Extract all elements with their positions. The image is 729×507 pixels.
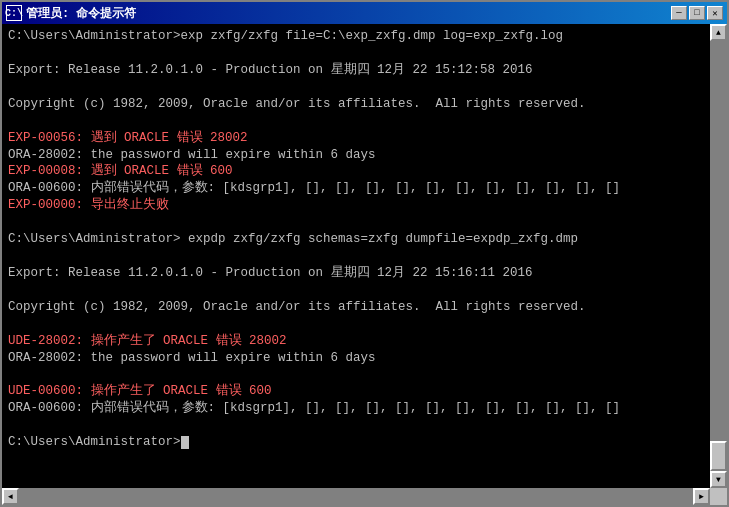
vertical-scrollbar[interactable]: ▲ ▼	[710, 24, 727, 488]
console-line: EXP-00056: 遇到 ORACLE 错误 28002	[8, 130, 721, 147]
console-line	[8, 45, 721, 62]
console-line: UDE-28002: 操作产生了 ORACLE 错误 28002	[8, 333, 721, 350]
console-line: Copyright (c) 1982, 2009, Oracle and/or …	[8, 299, 721, 316]
cmd-icon: C:\	[6, 5, 22, 21]
console-line: Copyright (c) 1982, 2009, Oracle and/or …	[8, 96, 721, 113]
scroll-left-button[interactable]: ◄	[2, 488, 19, 505]
console-line: ORA-00600: 内部错误代码，参数: [kdsgrp1], [], [],…	[8, 180, 721, 197]
console-line: Export: Release 11.2.0.1.0 - Production …	[8, 265, 721, 282]
restore-button[interactable]: □	[689, 6, 705, 20]
console-line: C:\Users\Administrator>	[8, 434, 721, 451]
scroll-right-button[interactable]: ►	[693, 488, 710, 505]
scroll-track[interactable]	[710, 41, 727, 471]
cmd-window: C:\ 管理员: 命令提示符 ─ □ ✕ C:\Users\Administra…	[0, 0, 729, 507]
title-bar-left: C:\ 管理员: 命令提示符	[6, 5, 136, 22]
console-line: C:\Users\Administrator> expdp zxfg/zxfg …	[8, 231, 721, 248]
console-area: C:\Users\Administrator>exp zxfg/zxfg fil…	[2, 24, 727, 505]
horizontal-scrollbar[interactable]: ◄ ►	[2, 488, 710, 505]
console-line	[8, 316, 721, 333]
window-controls: ─ □ ✕	[671, 6, 723, 20]
console-line	[8, 248, 721, 265]
console-line: ORA-28002: the password will expire with…	[8, 147, 721, 164]
scroll-h-track[interactable]	[19, 488, 693, 505]
minimize-button[interactable]: ─	[671, 6, 687, 20]
console-line: EXP-00000: 导出终止失败	[8, 197, 721, 214]
scroll-down-button[interactable]: ▼	[710, 471, 727, 488]
cursor-blink	[181, 436, 189, 449]
console-line	[8, 214, 721, 231]
console-line	[8, 113, 721, 130]
console-line	[8, 79, 721, 96]
console-line: ORA-28002: the password will expire with…	[8, 350, 721, 367]
console-line: Export: Release 11.2.0.1.0 - Production …	[8, 62, 721, 79]
console-line: UDE-00600: 操作产生了 ORACLE 错误 600	[8, 383, 721, 400]
title-bar: C:\ 管理员: 命令提示符 ─ □ ✕	[2, 2, 727, 24]
scroll-up-button[interactable]: ▲	[710, 24, 727, 41]
scroll-thumb[interactable]	[710, 441, 727, 471]
console-line	[8, 417, 721, 434]
console-content: C:\Users\Administrator>exp zxfg/zxfg fil…	[8, 28, 721, 501]
console-line: ORA-00600: 内部错误代码，参数: [kdsgrp1], [], [],…	[8, 400, 721, 417]
close-button[interactable]: ✕	[707, 6, 723, 20]
console-line	[8, 366, 721, 383]
window-title: 管理员: 命令提示符	[26, 5, 136, 22]
console-line: C:\Users\Administrator>exp zxfg/zxfg fil…	[8, 28, 721, 45]
scrollbar-corner	[710, 488, 727, 505]
console-line: EXP-00008: 遇到 ORACLE 错误 600	[8, 163, 721, 180]
console-line	[8, 282, 721, 299]
